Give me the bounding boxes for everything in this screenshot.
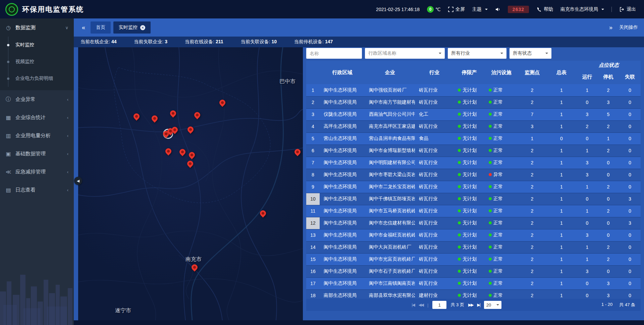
first-page-button[interactable]: |◀ (412, 303, 414, 307)
database-icon: ▣ (5, 151, 11, 157)
close-operations-button[interactable]: 关闭操作 (619, 24, 638, 31)
table-row[interactable]: 4 高坪生态环境局 南充市高坪区王家店建 砖瓦行业 无计划 正常 3 1 2 2… (306, 120, 641, 132)
cell-limit: 无计划 (454, 289, 485, 299)
tab-0[interactable]: 首页 (91, 21, 111, 34)
bullet-icon (7, 44, 9, 46)
tab-scroll-left-icon[interactable]: « (80, 24, 87, 31)
sidebar-group-4[interactable]: ▣ 基础数据管理 ‹ (0, 145, 74, 163)
sidebar-group-3[interactable]: ▥ 企业用电量分析 ‹ (0, 126, 74, 145)
prev-page-button[interactable]: ◀◀ (419, 303, 423, 307)
table-row[interactable]: 10 阆中生态环境局 阆中千佛镇五郎垭页岩 砖瓦行业 无计划 正常 2 1 0 … (306, 193, 641, 205)
table-row[interactable]: 6 阆中生态环境局 阆中市金博瑞新型墙材 砖瓦行业 无计划 正常 2 1 1 2… (306, 145, 641, 157)
cell-meters: 1 (546, 277, 577, 289)
tab-close-icon[interactable]: ✕ (140, 25, 145, 30)
table-row[interactable]: 1 阆中生态环境局 阆中强锐页岩砖厂 砖瓦行业 无计划 正常 2 1 1 2 0 (306, 84, 641, 96)
bullet-icon (7, 61, 9, 63)
cell-region: 高坪生态环境局 (320, 120, 365, 132)
table-row[interactable]: 13 阆中生态环境局 阆中市金福旺页岩机砖 砖瓦行业 无计划 正常 2 1 3 … (306, 229, 641, 241)
tab-bar: « 首页 实时监控 ✕ » 关闭操作 (74, 18, 644, 37)
cell-running: 3 (577, 265, 597, 277)
page-size-select[interactable]: 20 (484, 301, 501, 309)
cell-industry: 砖瓦行业 (415, 96, 454, 108)
chevron-left-icon: ‹ (67, 187, 68, 193)
alert-count-badge[interactable]: 2632 (508, 6, 529, 13)
sidebar-group-5[interactable]: ≪ 应急减排管理 ‹ (0, 163, 74, 181)
cell-limit: 无计划 (454, 181, 485, 193)
status-dot-icon (489, 270, 492, 273)
cell-region: 阆中生态环境局 (320, 169, 365, 181)
cell-limit: 无计划 (454, 193, 485, 205)
cell-index: 12 (306, 217, 320, 229)
col-region: 行政区域 (320, 61, 365, 84)
table-row[interactable]: 9 阆中生态环境局 阆中市二龙长宝页岩砖 砖瓦行业 无计划 正常 2 1 1 2… (306, 181, 641, 193)
help-button[interactable]: 帮助 (536, 6, 553, 12)
sidebar-group-6[interactable]: ▤ 日志查看 ‹ (0, 181, 74, 199)
sidebar-submenu: 实时监控 视频监控 企业电力负荷明细 (0, 37, 74, 90)
sidebar-item-0[interactable]: 实时监控 (0, 37, 74, 53)
table-row[interactable]: 5 营山生态环境局 营山县润丰肉食品有限 食品 无计划 正常 1 0 0 1 0 (306, 132, 641, 145)
table-row[interactable]: 18 南部生态环境局 南部县双华水泥有限公 建材行业 无计划 正常 2 1 0 … (306, 289, 641, 299)
monitor-panel: 行政区域名称 所有行业 所有状态 (306, 47, 641, 320)
tab-scroll-right-icon[interactable]: » (607, 24, 614, 31)
col-lost: 失联 (619, 69, 641, 84)
status-filter-select[interactable]: 所有状态 (509, 48, 551, 59)
table-row[interactable]: 16 阆中生态环境局 阆中市石子页岩机砖厂 砖瓦行业 无计划 正常 2 1 3 … (306, 265, 641, 277)
page-number-input[interactable] (432, 301, 446, 309)
top-header: 环保用电监管系统 2021-02-25 17:46:18 0 ℃ 全屏 主题 2… (0, 0, 644, 18)
cell-lost: 0 (619, 84, 641, 96)
col-group-point-status: 点位状态 (577, 61, 641, 69)
cell-facility: 正常 (485, 157, 518, 169)
table-row[interactable]: 14 阆中生态环境局 阆中大兴页岩机砖厂 砖瓦行业 无计划 正常 2 1 1 2… (306, 241, 641, 253)
cell-facility: 正常 (485, 145, 518, 157)
next-page-button[interactable]: ▶▶ (468, 303, 473, 307)
table-row[interactable]: 12 阆中生态环境局 阆中市忠信建材有限公 砖瓦行业 无计划 正常 2 1 0 … (306, 217, 641, 229)
region-filter-select[interactable]: 行政区域名称 (365, 48, 445, 59)
cell-region: 南部生态环境局 (320, 289, 365, 299)
table-row[interactable]: 15 阆中生态环境局 阆中市光富页岩机砖厂 砖瓦行业 无计划 正常 2 1 1 … (306, 253, 641, 265)
chevron-left-icon: ‹ (67, 151, 68, 156)
temperature-badge: 0 (427, 6, 434, 13)
cell-meters: 1 (546, 229, 577, 241)
fullscreen-button[interactable]: 全屏 (448, 6, 465, 12)
cell-facility: 正常 (485, 96, 518, 108)
cell-company: 阆中市光富页岩机砖厂 (365, 253, 415, 265)
speaker-icon[interactable] (495, 7, 500, 12)
sidebar-group-2[interactable]: ▦ 企业综合统计 ‹ (0, 108, 74, 126)
cell-region: 仪陇生态环境局 (320, 108, 365, 120)
cell-stopped: 0 (597, 157, 619, 169)
last-page-button[interactable]: ▶| (477, 303, 480, 307)
table-row[interactable]: 8 阆中生态环境局 阆中市枣碧大梁山页岩 砖瓦行业 无计划 异常 2 1 3 0… (306, 169, 641, 181)
status-dot-icon (489, 173, 492, 176)
org-dropdown[interactable]: 南充市生态环境局 (560, 6, 604, 12)
chevron-down-icon (601, 9, 604, 11)
cell-company: 阆中市五马桥页岩机砖 (365, 205, 415, 217)
status-dot-icon (489, 137, 492, 140)
theme-dropdown[interactable]: 主题 (472, 6, 488, 12)
name-filter-input[interactable] (306, 48, 362, 59)
sidebar-item-1[interactable]: 视频监控 (0, 53, 74, 70)
cell-region: 阆中生态环境局 (320, 217, 365, 229)
tabs-container: 首页 实时监控 ✕ (91, 21, 607, 34)
sidebar-collapse-toggle[interactable]: ◀ (74, 177, 82, 185)
table-row[interactable]: 2 阆中生态环境局 阆中市南方节能建材有 砖瓦行业 无计划 正常 2 1 0 3… (306, 96, 641, 108)
tab-1[interactable]: 实时监控 ✕ (113, 21, 151, 34)
cell-lost: 3 (619, 217, 641, 229)
table-row[interactable]: 11 阆中生态环境局 阆中市五马桥页岩机砖 砖瓦行业 无计划 正常 2 1 1 … (306, 205, 641, 217)
logout-button[interactable]: 退出 (619, 6, 636, 12)
industry-filter-select[interactable]: 所有行业 (448, 48, 506, 59)
map-panel[interactable]: 巴中市南充市遂宁市 (78, 47, 303, 320)
sidebar-group-1[interactable]: ⓘ 企业异常 ‹ (0, 90, 74, 108)
table-row[interactable]: 7 阆中生态环境局 阆中明阳建材有限公司 砖瓦行业 无计划 正常 2 1 3 0… (306, 157, 641, 169)
chevron-down-icon (496, 304, 499, 307)
cell-running: 0 (577, 277, 597, 289)
cell-limit: 无计划 (454, 265, 485, 277)
table-row[interactable]: 17 阆中生态环境局 阆中市江南镇阆南页岩 砖瓦行业 无计划 正常 2 1 0 … (306, 277, 641, 289)
sidebar-group-0[interactable]: ◷ 数据监测 ∨ (0, 18, 74, 37)
status-dot-icon (458, 137, 461, 140)
sidebar-item-2[interactable]: 企业电力负荷明细 (0, 70, 74, 87)
content-area: ◀ (74, 47, 644, 320)
table-row[interactable]: 3 仪陇生态环境局 西南油气田分公司川中 化工 无计划 正常 7 1 3 5 0 (306, 108, 641, 120)
total-pages-label: 共 3 页 (450, 302, 464, 308)
header-divider (611, 7, 612, 12)
status-dot-icon (489, 294, 492, 297)
